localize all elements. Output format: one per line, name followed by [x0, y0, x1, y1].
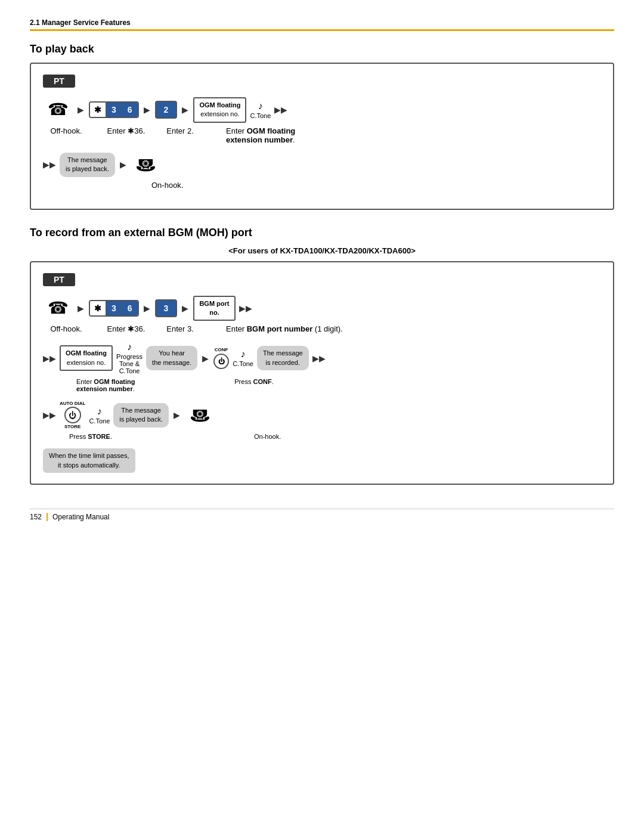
section-header-text: 2.1 Manager Service Features: [30, 18, 131, 27]
footnote-bubble: When the time limit passes, it stops aut…: [43, 448, 135, 473]
auto-dial-label: AUTO DIAL: [60, 401, 85, 406]
rec-arrow-dbl2: ▶▶: [43, 354, 56, 363]
conf-top-label: CONF: [215, 347, 228, 352]
ogm-box-line2: extension no.: [200, 110, 239, 117]
rec-arrow-dbl1: ▶▶: [239, 304, 252, 313]
rec-ogm-box: OGM floating extension no.: [60, 345, 113, 371]
store-label: STORE: [64, 424, 80, 429]
arrow4: ▶: [119, 160, 128, 169]
ctone-label3: C.Tone: [89, 417, 110, 425]
rec-enter-bgm-label: Enter BGM port number (1 digit).: [226, 324, 343, 333]
record-section: To record from an external BGM (MOH) por…: [30, 227, 614, 485]
bgm-box: BGM port no.: [193, 296, 235, 321]
rec-offhook-item: ☎: [43, 300, 73, 317]
playback-labels-row1: Off-hook. Enter ✱36. Enter 2. Enter OGM …: [43, 126, 601, 144]
record-labels-row1: Off-hook. Enter ✱36. Enter 3. Enter BGM …: [43, 324, 601, 333]
rec-arrow1: ▶: [76, 304, 85, 313]
offhook-label: Off-hook.: [45, 126, 87, 135]
rec-played-back-bubble: The message is played back.: [113, 403, 169, 428]
footer-divider: [47, 513, 48, 521]
rec-key3a: 3: [106, 301, 122, 315]
ctone-label1: C.Tone: [250, 112, 271, 119]
enter2-label: Enter 2.: [165, 126, 195, 135]
footer-text: Operating Manual: [52, 513, 109, 521]
playback-pt-box: PT ☎ ▶ ✱ 3 6 ▶ 2 ▶ OGM: [30, 63, 614, 210]
onhook-item: ☎: [131, 155, 161, 175]
rec-arrow5: ▶: [172, 410, 181, 420]
record-subtitle: <For users of KX-TDA100/KX-TDA200/KX-TDA…: [30, 246, 614, 255]
rec-phone-offhook-icon: ☎: [48, 300, 69, 317]
rec-star36-group: ✱ 3 6: [89, 300, 139, 317]
ogm-box-line1: OGM floating: [199, 101, 240, 109]
record-labels-row3: Press STORE. On-hook.: [43, 433, 601, 440]
record-flow-row1: ☎ ▶ ✱ 3 6 ▶ 3 ▶ BGM port no. ▶▶: [43, 296, 601, 321]
rec-ogm-line1: OGM floating: [66, 349, 107, 357]
page-footer: 152 Operating Manual: [30, 509, 614, 521]
record-pt-label: PT: [43, 273, 75, 286]
key2: 2: [155, 101, 178, 119]
msg-recorded-bubble: The message is recorded.: [257, 346, 309, 370]
key6: 6: [122, 103, 138, 117]
playback-pt-label: PT: [43, 75, 75, 88]
key3: 3: [106, 103, 122, 117]
note-icon2: ♪: [241, 349, 246, 360]
playback-section: To play back PT ☎ ▶ ✱ 3 6 ▶ 2 ▶: [30, 43, 614, 210]
enter-ogm-label: Enter OGM floating extension number.: [226, 126, 298, 144]
enter36-label: Enter ✱36.: [98, 126, 154, 135]
footer-page-number: 152: [30, 513, 42, 521]
phone-offhook-icon: ☎: [48, 101, 69, 118]
conf-btn-item: CONF ⏻: [213, 347, 229, 369]
record-flow-row3: ▶▶ AUTO DIAL ⏻ STORE ♪ C.Tone The messag…: [43, 401, 601, 429]
rec-enter3-label: Enter 3.: [165, 324, 195, 333]
star-key: ✱: [90, 103, 106, 117]
bgm-box-line1: BGM port: [199, 300, 229, 307]
arrow3: ▶: [181, 105, 190, 114]
phone-onhook-icon: ☎: [135, 155, 156, 175]
record-pt-box: PT ☎ ▶ ✱ 3 6 ▶ 3 ▶ BGM port no.: [30, 261, 614, 485]
rec-arrow2: ▶: [143, 304, 151, 313]
record-title: To record from an external BGM (MOH) por…: [30, 227, 614, 239]
rec-arrow4: ▶: [201, 354, 210, 363]
onhook-label: On-hook.: [151, 181, 183, 190]
rec-press-conf-lbl: Press CONF.: [230, 378, 278, 385]
rec-arrow3: ▶: [181, 304, 190, 313]
rec-ogm-line2: extension no.: [67, 359, 106, 366]
ctone-item3: ♪ C.Tone: [89, 406, 110, 425]
note-icon1: ♪: [258, 101, 263, 112]
section-header: 2.1 Manager Service Features: [30, 18, 614, 31]
rec-enter-ogm-lbl: Enter OGM floating extension number.: [76, 378, 136, 392]
arrow2: ▶: [143, 105, 151, 114]
page-container: 2.1 Manager Service Features To play bac…: [0, 0, 644, 545]
playback-flow-row2: ▶▶ The message is played back. ▶ ☎: [43, 153, 601, 177]
store-btn-item: AUTO DIAL ⏻ STORE: [60, 401, 85, 429]
playback-title: To play back: [30, 43, 614, 55]
progress-tone-item: ♪ Progress Tone & C.Tone: [116, 342, 143, 374]
offhook-item: ☎: [43, 101, 73, 118]
rec-onhook-item: ☎: [185, 405, 215, 425]
rec-onhook-label: On-hook.: [254, 433, 281, 440]
ogm-box: OGM floating extension no.: [193, 97, 246, 123]
rec-arrow-dbl4: ▶▶: [43, 410, 56, 420]
store-circle-icon: ⏻: [64, 407, 81, 423]
rec-phone-onhook-icon: ☎: [190, 405, 210, 425]
bgm-box-line2: no.: [209, 309, 219, 316]
played-back-bubble: The message is played back.: [60, 153, 115, 177]
conf-circle-icon: ⏻: [213, 354, 229, 369]
rec-arrow-dbl3: ▶▶: [312, 354, 326, 363]
footnote-area: When the time limit passes, it stops aut…: [43, 448, 601, 473]
rec-key6: 6: [122, 301, 138, 315]
ctone-item1: ♪ C.Tone: [250, 101, 271, 119]
rec-enter36-label: Enter ✱36.: [98, 324, 154, 333]
arrow-dbl1: ▶▶: [274, 105, 287, 114]
rec-key3: 3: [155, 299, 178, 317]
you-hear-bubble: You hear the message.: [146, 346, 197, 370]
note-icon3: ♪: [97, 406, 102, 417]
ctone-item2: ♪ C.Tone: [233, 349, 253, 367]
playback-labels-row2: On-hook.: [43, 181, 601, 190]
rec-press-store-lbl: Press STORE.: [67, 433, 114, 440]
star36-key-group: ✱ 3 6: [89, 101, 139, 118]
arrow-dbl2: ▶▶: [43, 160, 56, 169]
rec-star-key: ✱: [90, 301, 106, 315]
playback-flow-row1: ☎ ▶ ✱ 3 6 ▶ 2 ▶ OGM floating extension n…: [43, 97, 601, 123]
record-labels-row2: Enter OGM floating extension number. Pre…: [43, 378, 601, 392]
